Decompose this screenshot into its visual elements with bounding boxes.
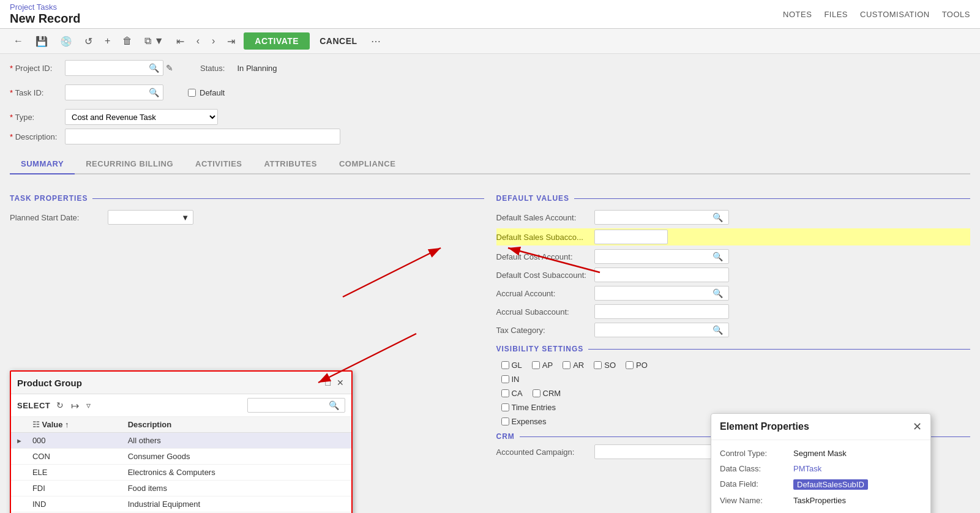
popup-refresh-button[interactable]: ↻ [55, 399, 65, 411]
cb-crm-label: CRM [543, 389, 561, 398]
desc-cell: Industrial Equipment [123, 496, 351, 512]
default-sales-account-label: Default Sales Account: [496, 213, 594, 222]
default-checkbox[interactable] [188, 89, 196, 97]
save-button[interactable]: 💾 [32, 33, 51, 50]
tabs: SUMMARY RECURRING BILLING ACTIVITIES ATT… [10, 154, 970, 174]
popup-search-icon[interactable]: 🔍 [327, 400, 340, 410]
table-row[interactable]: CON Consumer Goods [11, 449, 351, 465]
activate-button[interactable]: ACTIVATE [244, 32, 310, 50]
accrual-account-search-icon[interactable]: 🔍 [711, 288, 724, 298]
cb-in-input[interactable] [501, 375, 509, 383]
table-row[interactable]: ELE Electronics & Computers [11, 465, 351, 481]
undo-button[interactable]: ↺ [81, 33, 96, 50]
expand-arrow-icon[interactable]: ► [16, 437, 23, 444]
accrual-account-input-wrapper: 🔍 [594, 286, 729, 301]
top-bar-right: NOTES FILES CUSTOMISATION TOOLS [783, 10, 970, 19]
task-id-row: Task ID: 🔍 [10, 84, 163, 100]
cb-time-input[interactable] [501, 403, 509, 411]
accrual-subaccount-input[interactable] [594, 304, 729, 319]
table-row[interactable]: FDI Food items [11, 481, 351, 496]
cb-ap-input[interactable] [532, 361, 540, 369]
description-col-header[interactable]: Description [123, 417, 351, 433]
data-class-value[interactable]: PMTask [793, 464, 821, 473]
breadcrumb[interactable]: Project Tasks [10, 2, 81, 12]
accrual-account-row: Accrual Account: 🔍 [496, 286, 971, 301]
popup-title: Product Group [17, 378, 82, 388]
control-type-label: Control Type: [720, 449, 793, 458]
first-button[interactable]: ⇤ [173, 33, 188, 50]
popup-filter-button[interactable]: ▿ [85, 399, 92, 411]
default-checkbox-row: Default [188, 84, 225, 100]
cancel-toolbar-button[interactable]: CANCEL [315, 32, 362, 50]
cb-crm: CRM [533, 389, 561, 398]
value-col-header[interactable]: ☷ Value ↑ [28, 417, 123, 433]
default-sales-account-search-icon[interactable]: 🔍 [711, 212, 724, 222]
task-properties-header: TASK PROPERTIES [10, 194, 484, 203]
page-title: New Record [10, 12, 81, 26]
cb-po-input[interactable] [626, 361, 634, 369]
cb-in: IN [501, 375, 971, 384]
copy-button[interactable]: ⧉ ▼ [141, 33, 167, 49]
default-cost-subaccount-row: Default Cost Subaccount: [496, 268, 971, 282]
table-row[interactable]: IND Industrial Equipment [11, 496, 351, 512]
cb-crm-input[interactable] [533, 389, 540, 397]
desc-cell: Electronics & Computers [123, 465, 351, 481]
dialog-title: Element Properties [720, 421, 809, 432]
default-sales-subaccount-input[interactable]: —-— [594, 230, 668, 244]
planned-start-date-input[interactable]: ▼ [108, 210, 193, 225]
add-button[interactable]: + [101, 33, 114, 49]
cb-gl-input[interactable] [501, 361, 509, 369]
customisation-link[interactable]: CUSTOMISATION [860, 10, 930, 19]
description-input[interactable] [65, 129, 340, 144]
planned-start-date-label: Planned Start Date: [10, 213, 108, 222]
accrual-account-input[interactable] [595, 289, 711, 298]
cb-time: Time Entries [501, 403, 971, 412]
project-id-input[interactable] [68, 64, 148, 73]
popup-search-input[interactable] [248, 401, 327, 410]
dialog-close-button[interactable]: ✕ [913, 420, 922, 433]
prev-button[interactable]: ‹ [193, 33, 203, 49]
default-cost-subaccount-input[interactable] [594, 268, 729, 282]
more-button[interactable]: ⋯ [367, 33, 384, 50]
tax-category-row: Tax Category: 🔍 [496, 323, 971, 337]
tab-attributes[interactable]: ATTRIBUTES [253, 154, 328, 174]
table-row[interactable]: ► 000 All others [11, 433, 351, 449]
cb-ca-input[interactable] [501, 389, 509, 397]
notes-link[interactable]: NOTES [783, 10, 812, 19]
delete-button[interactable]: 🗑 [119, 33, 136, 49]
default-sales-account-input[interactable] [595, 213, 711, 222]
popup-close-button[interactable]: ✕ [335, 376, 345, 389]
default-cost-account-input[interactable] [595, 252, 711, 261]
tab-recurring-billing[interactable]: RECURRING BILLING [75, 154, 184, 174]
expand-cell [11, 449, 28, 465]
accounted-campaign-input[interactable] [594, 444, 729, 459]
tab-summary[interactable]: SUMMARY [10, 154, 75, 174]
save-close-button[interactable]: 💿 [56, 33, 76, 50]
project-id-search-icon[interactable]: 🔍 [148, 63, 160, 73]
task-id-search-icon[interactable]: 🔍 [148, 88, 160, 97]
cb-expenses-input[interactable] [501, 418, 509, 425]
tools-link[interactable]: TOOLS [942, 10, 970, 19]
type-select[interactable]: Cost and Revenue Task [65, 109, 218, 125]
default-cost-account-search-icon[interactable]: 🔍 [711, 252, 724, 261]
tab-compliance[interactable]: COMPLIANCE [328, 154, 406, 174]
next-button[interactable]: › [208, 33, 219, 49]
value-cell: FDI [28, 481, 123, 496]
control-type-value: Segment Mask [793, 449, 847, 458]
tax-category-search-icon[interactable]: 🔍 [711, 325, 724, 335]
default-sales-subaccount-label: Default Sales Subacco... [496, 233, 594, 242]
project-id-edit-icon[interactable]: ✎ [163, 63, 176, 73]
last-button[interactable]: ⇥ [223, 33, 239, 50]
back-button[interactable]: ← [10, 33, 27, 49]
project-id-input-wrapper: 🔍 [65, 60, 163, 76]
popup-select-button[interactable]: SELECT [17, 401, 50, 410]
tab-activities[interactable]: ACTIVITIES [184, 154, 253, 174]
cb-so-input[interactable] [594, 361, 602, 369]
cb-ar-input[interactable] [563, 361, 570, 369]
default-values-header: DEFAULT VALUES [496, 194, 971, 203]
popup-columns-button[interactable]: ↦ [70, 399, 80, 413]
popup-maximize-button[interactable]: □ [324, 376, 332, 389]
files-link[interactable]: FILES [824, 10, 848, 19]
task-id-input[interactable] [68, 88, 148, 97]
tax-category-input[interactable] [595, 326, 711, 335]
